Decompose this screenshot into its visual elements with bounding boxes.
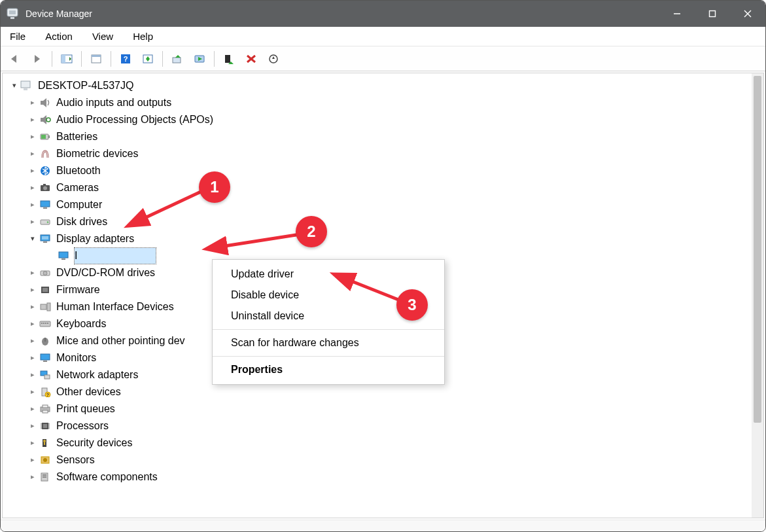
svg-marker-8 bbox=[35, 55, 40, 63]
tree-item-label: Cameras bbox=[56, 180, 99, 196]
svg-rect-46 bbox=[43, 241, 47, 243]
tree-item-label: Sensors bbox=[56, 452, 95, 469]
security-icon bbox=[38, 436, 52, 450]
monitor-icon bbox=[38, 351, 52, 364]
chevron-right-icon[interactable] bbox=[27, 199, 38, 210]
tree-item-print[interactable]: Print queues bbox=[5, 400, 761, 417]
tree-item-computer[interactable]: Computer bbox=[5, 196, 761, 213]
chevron-right-icon[interactable] bbox=[27, 148, 38, 159]
svg-rect-53 bbox=[41, 304, 46, 310]
minimize-button[interactable] bbox=[659, 1, 695, 27]
forward-button[interactable] bbox=[27, 50, 47, 68]
svg-rect-56 bbox=[41, 323, 43, 324]
menu-help[interactable]: Help bbox=[129, 28, 157, 44]
tree-item-biometric[interactable]: Biometric devices bbox=[5, 145, 761, 162]
svg-rect-35 bbox=[41, 135, 46, 139]
chevron-right-icon[interactable] bbox=[27, 284, 38, 295]
tree-item-software[interactable]: Software components bbox=[5, 469, 761, 486]
menu-scan-hardware[interactable]: Scan for hardware changes bbox=[213, 332, 444, 353]
properties-button[interactable] bbox=[86, 50, 106, 68]
tree-item-label: DVD/CD-ROM drives bbox=[56, 265, 155, 281]
tree-item-cameras[interactable]: Cameras bbox=[5, 179, 761, 196]
tree-item-batteries[interactable]: Batteries bbox=[5, 128, 761, 145]
show-hide-tree-button[interactable] bbox=[57, 50, 77, 68]
maximize-button[interactable] bbox=[695, 1, 730, 27]
close-button[interactable] bbox=[730, 1, 765, 27]
tree-item-bluetooth[interactable]: Bluetooth bbox=[5, 162, 761, 179]
chevron-right-icon[interactable] bbox=[27, 386, 38, 397]
menu-update-driver[interactable]: Update driver bbox=[213, 264, 444, 285]
svg-point-43 bbox=[47, 221, 48, 222]
context-menu: Update driver Disable device Uninstall d… bbox=[212, 259, 445, 385]
menu-view[interactable]: View bbox=[88, 28, 117, 44]
scroll-thumb[interactable] bbox=[754, 76, 761, 423]
tree-item-selected-label: I bbox=[75, 248, 156, 264]
chevron-right-icon[interactable] bbox=[27, 454, 38, 465]
chevron-right-icon[interactable] bbox=[27, 131, 38, 142]
svg-text:?: ? bbox=[46, 393, 49, 397]
svg-text:?: ? bbox=[124, 55, 128, 63]
chevron-right-icon[interactable] bbox=[27, 182, 38, 193]
hid-icon bbox=[38, 300, 52, 313]
chevron-right-icon[interactable] bbox=[27, 437, 38, 448]
menu-action[interactable]: Action bbox=[41, 28, 77, 44]
tree-item-sensors[interactable]: Sensors bbox=[5, 452, 761, 469]
enable-device-button[interactable] bbox=[190, 50, 209, 68]
chevron-right-icon[interactable] bbox=[27, 335, 38, 346]
chevron-right-icon[interactable] bbox=[27, 318, 38, 329]
tree-item-processors[interactable]: Processors bbox=[5, 417, 761, 434]
back-button[interactable] bbox=[5, 50, 25, 68]
chevron-down-icon[interactable] bbox=[9, 80, 20, 91]
tree-item-audio-inputs[interactable]: Audio inputs and outputs bbox=[5, 94, 761, 111]
tree-root[interactable]: DESKTOP-4L537JQ bbox=[5, 77, 761, 94]
toolbar: ? bbox=[1, 46, 765, 71]
chevron-right-icon[interactable] bbox=[27, 267, 38, 278]
tree-item-label: Audio inputs and outputs bbox=[56, 95, 171, 111]
tree-item-disk-drives[interactable]: Disk drives bbox=[5, 213, 761, 230]
chevron-right-icon[interactable] bbox=[27, 97, 38, 108]
vertical-scrollbar[interactable] bbox=[752, 73, 763, 518]
tree-item-label: Keyboards bbox=[56, 316, 107, 332]
scan-button[interactable] bbox=[138, 50, 158, 68]
battery-icon bbox=[38, 130, 52, 143]
dvd-icon bbox=[38, 266, 52, 279]
svg-rect-71 bbox=[43, 410, 48, 413]
tree-item-other[interactable]: ? Other devices bbox=[5, 383, 761, 400]
disable-device-button[interactable] bbox=[219, 50, 239, 68]
svg-marker-7 bbox=[11, 55, 16, 63]
svg-rect-48 bbox=[61, 258, 65, 260]
svg-rect-82 bbox=[44, 442, 45, 445]
chevron-right-icon[interactable] bbox=[27, 352, 38, 363]
tree-item-apos[interactable]: Audio Processing Objects (APOs) bbox=[5, 111, 761, 128]
annotation-badge-1: 1 bbox=[199, 171, 230, 203]
chevron-right-icon[interactable] bbox=[27, 165, 38, 176]
speaker-icon bbox=[38, 96, 52, 109]
chevron-right-icon[interactable] bbox=[27, 301, 38, 312]
svg-marker-31 bbox=[41, 115, 46, 124]
disk-icon bbox=[38, 215, 52, 228]
chevron-right-icon[interactable] bbox=[27, 403, 38, 414]
tree-item-label: Network adapters bbox=[56, 367, 138, 383]
help-button[interactable]: ? bbox=[116, 50, 135, 68]
scan-changes-button[interactable] bbox=[264, 50, 283, 68]
update-driver-button[interactable] bbox=[167, 50, 187, 68]
menu-separator bbox=[213, 356, 444, 357]
menu-file[interactable]: File bbox=[6, 28, 29, 44]
tree-item-label: Other devices bbox=[56, 384, 121, 400]
chevron-right-icon[interactable] bbox=[27, 369, 38, 380]
chevron-right-icon[interactable] bbox=[27, 114, 38, 125]
tree-item-display-adapters[interactable]: Display adapters bbox=[5, 230, 761, 247]
svg-rect-70 bbox=[43, 405, 48, 408]
svg-rect-65 bbox=[44, 375, 50, 379]
chevron-right-icon[interactable] bbox=[27, 216, 38, 227]
tree-item-label: Print queues bbox=[56, 401, 115, 417]
menu-properties[interactable]: Properties bbox=[213, 359, 444, 380]
uninstall-device-button[interactable] bbox=[241, 50, 261, 68]
tree-item-label: Processors bbox=[56, 418, 109, 434]
keyboard-icon bbox=[38, 317, 52, 330]
tree-item-label: Bluetooth bbox=[56, 163, 101, 179]
chevron-right-icon[interactable] bbox=[27, 471, 38, 482]
chevron-right-icon[interactable] bbox=[27, 420, 38, 431]
chevron-down-icon[interactable] bbox=[27, 233, 38, 244]
tree-item-security[interactable]: Security devices bbox=[5, 434, 761, 452]
